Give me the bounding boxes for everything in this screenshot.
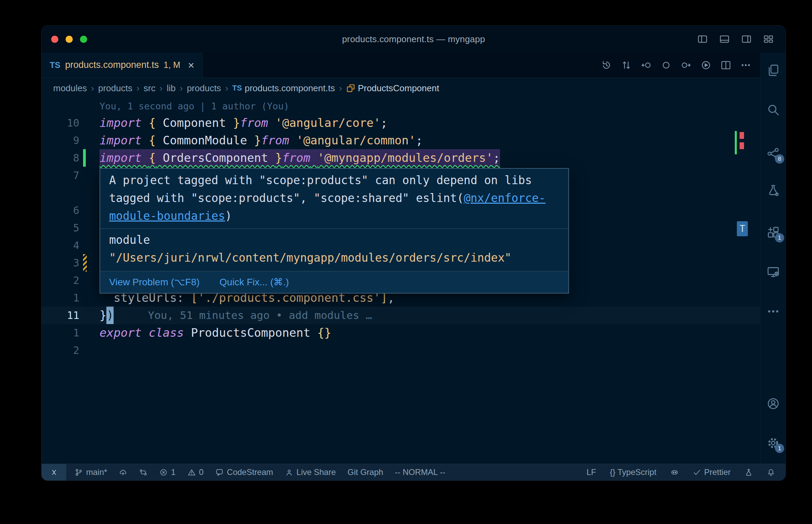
code-token: ; (416, 132, 422, 149)
code-token: OrdersComponent (156, 151, 275, 165)
prev-icon (641, 60, 652, 71)
breadcrumb-item-productscomponent[interactable]: ProductsComponent (346, 83, 439, 94)
status-remote-indicator[interactable] (42, 464, 66, 481)
code-token: import (100, 132, 149, 149)
status-problems-warnings[interactable]: 0 (187, 467, 204, 477)
status-git-branch[interactable]: main* (74, 467, 107, 477)
breadcrumb-item-products[interactable]: products (187, 83, 221, 94)
status-live-share[interactable]: Live Share (285, 467, 336, 477)
breadcrumb-item-lib[interactable]: lib (167, 83, 176, 94)
gutter-decoration (79, 237, 100, 254)
selected-text: import { OrdersComponent }from '@myngapp… (100, 149, 500, 167)
status-notifications[interactable] (767, 468, 775, 477)
live-share-label: Live Share (297, 467, 336, 477)
toggle-right-sidebar-button[interactable] (741, 34, 752, 45)
minimize-window-button[interactable] (66, 36, 73, 43)
problem-message-suffix: ) (225, 209, 232, 223)
gutter-decoration (79, 114, 100, 132)
activity-extensions[interactable]: 1 (761, 225, 786, 240)
activity-testing[interactable] (761, 183, 786, 198)
activity-settings[interactable]: 1 (761, 436, 786, 451)
toggle-panel-button[interactable] (719, 34, 730, 45)
code-token: } (233, 114, 240, 132)
gutter-decoration (79, 132, 100, 149)
previous-change-button[interactable] (641, 60, 652, 71)
open-changes-button[interactable] (621, 60, 632, 71)
breadcrumb-label: products (187, 83, 221, 94)
code-editor[interactable]: You, 1 second ago | 1 author (You)10impo… (42, 98, 760, 464)
status-language-mode[interactable]: {} TypeScript (610, 467, 657, 477)
status-prettier[interactable]: Prettier (693, 467, 731, 477)
gitlens-annotations-button[interactable] (661, 60, 672, 71)
breadcrumb-label: products.component.ts (245, 83, 335, 94)
quick-fix-action[interactable]: Quick Fix... (⌘.) (220, 275, 289, 290)
hover-actions: View Problem (⌥F8) Quick Fix... (⌘.) (100, 271, 568, 293)
status-publish-changes[interactable] (119, 468, 127, 477)
status-codestream[interactable]: CodeStream (215, 467, 273, 477)
code-token (310, 151, 317, 165)
tab-label: products.component.ts (65, 60, 159, 70)
breadcrumb-item-modules[interactable]: modules (53, 83, 87, 94)
code-line[interactable]: 9import { CommonModule }from '@angular/c… (42, 132, 760, 149)
code-line[interactable]: 10import { Component }from '@angular/cor… (42, 114, 760, 132)
breadcrumb-item-src[interactable]: src (143, 83, 155, 94)
line-number: 7 (42, 167, 79, 184)
tab-close-icon[interactable]: × (188, 60, 194, 71)
customize-layout-button[interactable] (763, 34, 774, 45)
problem-message: A project tagged with "scope:products" c… (100, 169, 568, 228)
activity-explorer[interactable] (761, 63, 786, 78)
status-vim-mode[interactable]: -- NORMAL -- (395, 467, 445, 477)
timeline-history-button[interactable] (601, 60, 612, 71)
code-token: { (149, 114, 155, 132)
status-problems-errors[interactable]: 1 (159, 467, 175, 477)
gutter-decoration (79, 342, 100, 359)
zoom-window-button[interactable] (80, 36, 87, 43)
breadcrumb-separator: › (339, 83, 342, 94)
activity-accounts[interactable] (761, 396, 786, 411)
line-number: 2 (42, 272, 79, 289)
gutter-decoration (79, 167, 100, 184)
code-token: import (100, 151, 149, 165)
view-problem-action[interactable]: View Problem (⌥F8) (109, 275, 200, 290)
activity-source-control[interactable]: 8 (761, 146, 786, 161)
code-line[interactable]: 1export class ProductsComponent {} (42, 324, 760, 342)
code-token: import (100, 114, 149, 132)
breadcrumb-label: src (143, 83, 155, 94)
code-line[interactable]: 8import { OrdersComponent }from '@myngap… (42, 149, 760, 167)
activity-more-views[interactable] (761, 304, 786, 319)
code-token: '@angular/core' (275, 114, 381, 132)
class-symbol-icon (346, 84, 355, 93)
breadcrumb-item-products-component-ts[interactable]: TSproducts.component.ts (232, 83, 335, 94)
line-number: 10 (42, 114, 79, 132)
tab-products-component[interactable]: TS products.component.ts 1, M × (42, 52, 203, 78)
activity-remote-explorer[interactable] (761, 264, 786, 279)
breadcrumb-label: modules (53, 83, 87, 94)
close-window-button[interactable] (51, 36, 58, 43)
codestream-icon (215, 468, 224, 477)
run-file-button[interactable] (700, 60, 711, 71)
breadcrumb-separator: › (180, 83, 183, 94)
cloud-up-icon (119, 468, 127, 477)
status-eol-sequence[interactable]: LF (587, 467, 596, 477)
breadcrumb-separator: › (137, 83, 140, 94)
vim-mode-label: -- NORMAL -- (395, 467, 445, 477)
liveshare-icon (285, 468, 293, 477)
split-editor-button[interactable] (720, 60, 731, 71)
extensions-badge: 1 (775, 233, 784, 242)
code-line[interactable]: 11})You, 51 minutes ago • add modules … (42, 307, 760, 324)
code-token: export (100, 324, 149, 342)
activity-search[interactable] (761, 102, 786, 117)
status-copilot[interactable] (670, 468, 679, 477)
status-git-graph[interactable]: Git Graph (348, 467, 383, 477)
toggle-left-sidebar-button[interactable] (697, 34, 708, 45)
status-feedback[interactable] (744, 468, 753, 477)
breadcrumb-item-products[interactable]: products (98, 83, 132, 94)
window-controls (51, 26, 87, 52)
next-change-button[interactable] (681, 60, 692, 71)
status-gitlens-compare[interactable] (139, 468, 148, 477)
more-actions-button[interactable] (740, 60, 751, 71)
code-token: CommonModule (156, 132, 254, 149)
beaker-icon (766, 183, 780, 197)
branch-icon (74, 468, 83, 477)
code-line[interactable]: 2 (42, 342, 760, 359)
